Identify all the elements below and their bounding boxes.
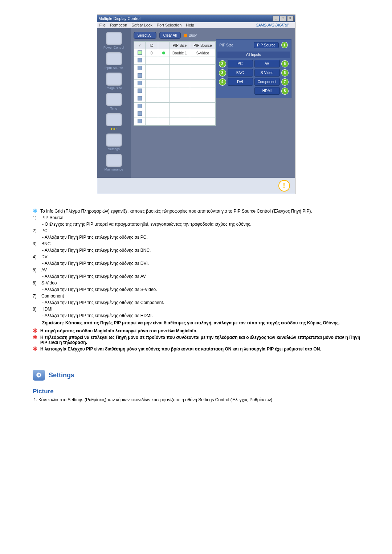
sidebar-item-settings[interactable]: Settings <box>101 134 127 151</box>
item-description: - Αλλάζει την Πηγή PIP της επιλεγμένης ο… <box>42 300 367 305</box>
callout-8: 8 <box>281 87 289 95</box>
table-row[interactable] <box>134 72 215 80</box>
menu-help[interactable]: Help <box>186 23 194 27</box>
power-icon <box>106 32 122 45</box>
item-number: 6) <box>33 280 38 286</box>
item-description: - Ο έλεγχος της πηγής PIP μπορεί να πραγ… <box>42 222 367 227</box>
busy-dot-icon <box>184 34 187 37</box>
image-size-icon <box>106 73 122 86</box>
input-av-button[interactable]: AV <box>254 60 280 67</box>
item-title: PIP Source <box>41 215 63 220</box>
menu-safety-lock[interactable]: Safety Lock <box>131 23 152 27</box>
table-row[interactable] <box>134 87 215 95</box>
table-row[interactable] <box>134 57 215 65</box>
status-bar: ! <box>97 178 295 194</box>
settings-heading: ⚙ Settings <box>33 370 367 381</box>
item-description: - Αλλάζει την Πηγή PIP της επιλεγμένης ο… <box>42 287 367 292</box>
input-pc-button[interactable]: PC <box>228 60 253 67</box>
input-svideo-button[interactable]: S-Video <box>254 69 280 77</box>
numbered-item: 5)AV <box>33 267 367 272</box>
input-component-button[interactable]: Component <box>254 78 280 86</box>
item-title: AV <box>41 267 47 272</box>
table-row[interactable] <box>134 65 215 72</box>
callout-4: 4 <box>219 78 226 86</box>
window-title: Multiple Display Control <box>99 16 141 21</box>
row-check[interactable] <box>134 118 145 126</box>
table-row[interactable] <box>134 118 215 126</box>
all-inputs-label: All Inputs <box>217 52 290 58</box>
document-body: ✱ Το Info Grid (Πλέγμα Πληροφοριών) εμφα… <box>25 209 374 402</box>
sidebar-item-label: Power Control <box>103 46 124 49</box>
row-check[interactable] <box>134 49 145 57</box>
sidebar-item-time[interactable]: Time <box>101 93 127 110</box>
input-bnc-button[interactable]: BNC <box>228 69 253 77</box>
maintenance-icon <box>106 154 122 167</box>
menu-file[interactable]: File <box>99 23 106 27</box>
pip-source-panel: PIP Size PIP Source 1 All Inputs 2 PC AV… <box>216 39 291 98</box>
bullet-text: Η λειτουργία Ελέγχου PIP είναι διαθέσιμη… <box>40 346 321 352</box>
maximize-button[interactable]: □ <box>280 16 286 21</box>
table-row[interactable] <box>134 110 215 118</box>
callout-1: 1 <box>281 42 288 48</box>
row-check[interactable] <box>134 87 145 95</box>
app-body: Power Control Input Source Image Size Ti… <box>97 28 295 178</box>
select-all-button[interactable]: Select All <box>134 32 156 39</box>
numbered-item: 2)PC <box>33 228 367 233</box>
row-check[interactable] <box>134 80 145 87</box>
numbered-item: 1)PIP Source <box>33 215 367 220</box>
row-check[interactable] <box>134 72 145 80</box>
table-row[interactable] <box>134 80 215 87</box>
bullet-text: Η τηλεόραση μπορεί να επιλεγεί ως Πηγή μ… <box>40 335 367 345</box>
busy-indicator: Busy <box>184 33 197 37</box>
row-id: 0 <box>145 49 158 57</box>
sidebar: Power Control Input Source Image Size Ti… <box>97 28 131 178</box>
row-check[interactable] <box>134 65 145 72</box>
item-description: - Αλλάζει την Πηγή PIP της επιλεγμένης ο… <box>42 313 367 318</box>
col-check[interactable]: ✓ <box>134 42 145 49</box>
sidebar-item-image-size[interactable]: Image Size <box>101 73 127 90</box>
table-row[interactable]: 0 Double 1 S-Video <box>134 49 215 57</box>
clear-all-button[interactable]: Clear All <box>159 32 181 39</box>
row-check[interactable] <box>134 57 145 65</box>
info-grid: ✓ ID PIP Size PIP Source 0 Double 1 S-Vi… <box>134 41 216 126</box>
input-hdmi-button[interactable]: HDMI <box>254 87 280 95</box>
row-check[interactable] <box>134 103 145 110</box>
col-power <box>158 42 169 49</box>
sidebar-item-power[interactable]: Power Control <box>101 32 127 49</box>
bullet-item: ✱Η λειτουργία Ελέγχου PIP είναι διαθέσιμ… <box>33 346 367 352</box>
sidebar-item-label: Time <box>110 107 118 110</box>
star-icon: ✱ <box>33 328 37 333</box>
row-check[interactable] <box>134 95 145 103</box>
menu-port-selection[interactable]: Port Selection <box>157 23 181 27</box>
star-icon: ✱ <box>33 335 37 345</box>
table-row[interactable] <box>134 103 215 110</box>
bullet-item: ✱Η τηλεόραση μπορεί να επιλεγεί ως Πηγή … <box>33 335 367 345</box>
sidebar-item-label: Settings <box>108 147 120 151</box>
picture-steps: Κάντε κλικ στο Settings (Ρυθμίσεις) των … <box>38 397 367 402</box>
row-check[interactable] <box>134 110 145 118</box>
item-number: 7) <box>33 294 38 299</box>
close-button[interactable]: × <box>287 16 294 21</box>
pip-icon <box>106 113 122 126</box>
window-controls: _ □ × <box>273 16 294 21</box>
settings-section-icon: ⚙ <box>33 370 45 381</box>
minimize-button[interactable]: _ <box>273 16 279 21</box>
panel-header-left: PIP Size <box>220 43 233 47</box>
note-text: Σημείωση: Κάποιες από τις Πηγές PIP μπορ… <box>42 320 367 325</box>
sidebar-item-maintenance[interactable]: Maintenance <box>101 154 127 171</box>
sidebar-item-pip[interactable]: PIP <box>101 113 127 131</box>
sidebar-item-label: Image Size <box>106 86 122 90</box>
busy-label: Busy <box>189 33 197 37</box>
item-title: PC <box>41 228 48 233</box>
settings-heading-label: Settings <box>49 372 74 379</box>
item-number: 3) <box>33 241 38 246</box>
callout-5: 5 <box>281 60 289 67</box>
table-row[interactable] <box>134 95 215 103</box>
sidebar-item-input[interactable]: Input Source <box>101 52 127 70</box>
row-power-led <box>158 49 169 57</box>
input-dvi-button[interactable]: DVI <box>228 78 253 86</box>
callout-2: 2 <box>219 60 226 67</box>
pip-source-button[interactable]: PIP Source <box>254 42 278 48</box>
menu-remocon[interactable]: Remocon <box>110 23 127 27</box>
item-description: - Αλλάζει την Πηγή PIP της επιλεγμένης ο… <box>42 235 367 240</box>
